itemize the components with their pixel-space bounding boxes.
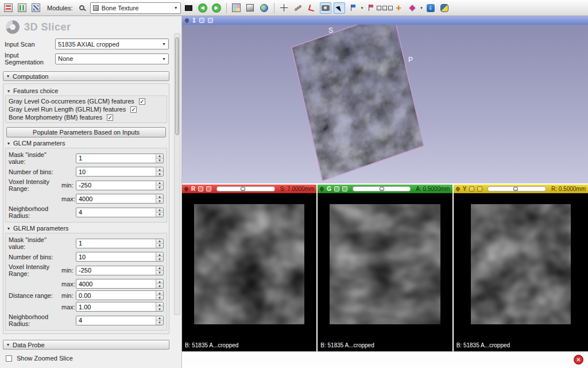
computation-section-header[interactable]: ▾ Computation [3, 71, 169, 81]
scrollbar-thumb[interactable] [175, 37, 179, 135]
visibility-eye-icon[interactable] [469, 186, 474, 191]
data-probe-section-header[interactable]: ▾ Data Probe [3, 340, 169, 350]
center-view-icon[interactable] [199, 18, 204, 23]
spin-arrows-icon[interactable]: ▲▼ [156, 316, 163, 325]
green-slice-controller-bar[interactable]: G A: 0.5000mm [318, 185, 452, 193]
feature-glrlm-checkbox[interactable] [130, 106, 137, 113]
panel-scrollbar[interactable] [174, 33, 180, 315]
place-marker-dropdown-icon[interactable]: ▾ [420, 6, 423, 10]
spin-arrows-icon[interactable]: ▲▼ [156, 181, 163, 190]
window-views-icon[interactable] [379, 2, 390, 14]
volume-rendering[interactable] [291, 25, 424, 181]
glrlm-radius-spinbox[interactable]: ▲▼ [76, 316, 164, 325]
glcm-radius-input[interactable] [76, 208, 156, 217]
spin-arrows-icon[interactable]: ▲▼ [156, 266, 163, 275]
glrlm-bins-input[interactable] [76, 252, 156, 261]
glcm-intensity-min-spinbox[interactable]: ▲▼ [76, 181, 164, 190]
glcm-intensity-min-input[interactable] [76, 181, 156, 190]
angle-tool-icon[interactable] [306, 2, 318, 14]
slider-handle[interactable] [513, 187, 518, 191]
glrlm-bins-spinbox[interactable]: ▲▼ [76, 252, 164, 262]
glrlm-intensity-min-input[interactable] [76, 266, 156, 275]
spin-arrows-icon[interactable]: ▲▼ [156, 239, 163, 248]
module-search-icon[interactable] [76, 2, 88, 14]
glrlm-intensity-max-spinbox[interactable]: ▲▼ [76, 279, 164, 289]
glcm-mask-spinbox[interactable]: ▲▼ [76, 154, 164, 163]
spin-arrows-icon[interactable]: ▲▼ [156, 302, 163, 311]
glrlm-distance-max-input[interactable] [76, 302, 156, 311]
input-segmentation-combobox[interactable]: None ▼ [55, 53, 169, 64]
glrlm-distance-min-spinbox[interactable]: ▲▼ [76, 290, 164, 300]
place-marker-icon[interactable] [407, 2, 418, 14]
visibility-eye-icon[interactable] [198, 186, 203, 191]
glcm-radius-spinbox[interactable]: ▲▼ [76, 208, 164, 217]
slice-menu-icon[interactable] [477, 186, 482, 191]
layout-selector-icon[interactable] [231, 2, 242, 14]
glcm-bins-spinbox[interactable]: ▲▼ [76, 167, 164, 177]
spin-arrows-icon[interactable]: ▲▼ [156, 154, 163, 163]
add-markup-icon[interactable]: + [393, 2, 404, 14]
green-slice-canvas[interactable]: B: 51835 A...cropped [318, 193, 452, 351]
glrlm-intensity-min-spinbox[interactable]: ▲▼ [76, 266, 164, 275]
pin-icon[interactable] [184, 18, 190, 24]
slider-handle[interactable] [241, 187, 245, 191]
glrlm-mask-spinbox[interactable]: ▲▼ [76, 239, 164, 248]
glcm-mask-input[interactable] [76, 154, 156, 163]
screenshot-icon[interactable] [320, 2, 331, 14]
populate-parameters-button[interactable]: Populate Parameters Based on Inputs [6, 127, 166, 137]
3d-view-icon[interactable] [245, 2, 256, 14]
red-slice-controller-bar[interactable]: R S: 7.0000mm [182, 185, 316, 193]
input-scan-combobox[interactable]: 51835 AXIAL cropped ▼ [55, 39, 169, 49]
yellow-slice-offset-slider[interactable] [488, 186, 546, 191]
slice-menu-icon[interactable] [342, 186, 347, 191]
view-3d-canvas[interactable]: S P [182, 25, 588, 183]
module-history-forward-icon[interactable]: ▶ [211, 2, 222, 14]
yellow-slice-controller-bar[interactable]: Y R: 0.5000mm [454, 185, 588, 193]
red-slice-canvas[interactable]: B: 51835 A...cropped [182, 193, 316, 351]
yellow-slice-canvas[interactable]: B: 51835 A...cropped [454, 193, 588, 351]
feature-glcm-checkbox[interactable] [139, 98, 145, 105]
slice-menu-icon[interactable] [206, 186, 211, 191]
spin-arrows-icon[interactable]: ▲▼ [156, 208, 163, 217]
red-slice-offset-slider[interactable] [216, 186, 275, 191]
error-log-button[interactable]: ✕ [574, 355, 583, 365]
save-icon[interactable] [30, 2, 41, 14]
scene-views-globe-icon[interactable] [258, 2, 270, 14]
module-history-back-icon[interactable]: ◀ [197, 2, 208, 14]
module-selector-combobox[interactable]: Bone Texture ▼ [90, 2, 181, 14]
slider-handle[interactable] [380, 187, 384, 191]
crosshair-icon[interactable] [278, 2, 290, 14]
markup-list-icon[interactable] [365, 2, 377, 14]
glcm-bins-input[interactable] [76, 167, 156, 176]
green-slice-offset-slider[interactable] [353, 186, 411, 191]
spin-arrows-icon[interactable]: ▲▼ [156, 279, 163, 288]
visibility-eye-icon[interactable] [334, 186, 339, 191]
extensions-manager-icon[interactable]: ⇩ [425, 2, 436, 14]
pin-icon[interactable] [455, 186, 461, 192]
spin-arrows-icon[interactable]: ▲▼ [156, 252, 163, 261]
spin-arrows-icon[interactable]: ▲▼ [156, 291, 163, 300]
dicom-icon[interactable] [16, 2, 28, 14]
glcm-intensity-max-input[interactable] [76, 194, 156, 203]
mouse-pointer-icon[interactable] [334, 2, 345, 14]
feature-bm-checkbox[interactable] [107, 114, 113, 121]
view-3d-controller-bar[interactable]: 1 [182, 16, 588, 25]
spin-arrows-icon[interactable]: ▲▼ [156, 194, 163, 203]
module-panel-icon[interactable] [183, 2, 195, 14]
fiducial-dropdown-icon[interactable]: ▾ [361, 6, 363, 10]
show-zoomed-slice-checkbox[interactable] [6, 355, 12, 362]
glrlm-radius-input[interactable] [76, 316, 156, 325]
glrlm-parameters-header[interactable]: ▾ GLRLM parameters [7, 225, 166, 232]
glcm-intensity-max-spinbox[interactable]: ▲▼ [76, 194, 164, 204]
spin-arrows-icon[interactable]: ▲▼ [156, 167, 163, 176]
glrlm-intensity-max-input[interactable] [76, 279, 156, 288]
glcm-parameters-header[interactable]: ▾ GLCM parameters [7, 140, 166, 147]
features-choice-header[interactable]: ▾ Features choice [7, 87, 166, 94]
glrlm-distance-min-input[interactable] [76, 291, 156, 300]
pin-icon[interactable] [319, 186, 325, 192]
ruler-icon[interactable] [292, 2, 304, 14]
pin-icon[interactable] [184, 186, 189, 192]
view-options-icon[interactable] [208, 18, 213, 23]
glrlm-mask-input[interactable] [76, 239, 156, 248]
python-console-icon[interactable] [439, 2, 450, 14]
